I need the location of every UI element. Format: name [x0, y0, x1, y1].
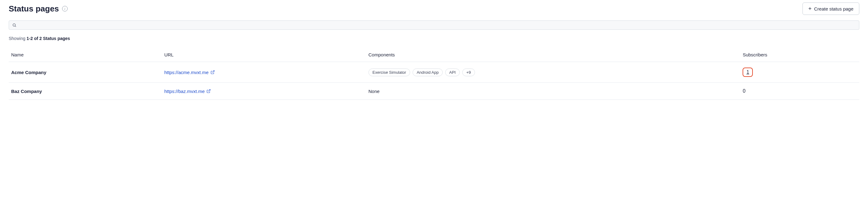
- plus-icon: +: [808, 6, 812, 11]
- svg-line-1: [15, 26, 16, 27]
- status-pages-table: Name URL Components Subscribers Acme Com…: [9, 48, 859, 100]
- search-icon: [12, 23, 17, 28]
- status-page-url-link[interactable]: https://acme.mvxt.me: [164, 70, 215, 75]
- column-header-name: Name: [9, 48, 162, 62]
- subscriber-count-highlighted[interactable]: 1: [743, 68, 753, 77]
- component-chip[interactable]: API: [445, 69, 460, 76]
- row-subscribers: 1: [740, 62, 859, 83]
- row-components: Exercise SimulatorAndroid AppAPI+9: [366, 62, 740, 83]
- external-link-icon: [211, 70, 215, 74]
- row-name: Acme Company: [9, 62, 162, 83]
- status-page-url-link[interactable]: https://baz.mvxt.me: [164, 89, 211, 94]
- component-chip[interactable]: Exercise Simulator: [369, 69, 410, 76]
- table-row: Acme Companyhttps://acme.mvxt.meExercise…: [9, 62, 859, 83]
- url-text: https://acme.mvxt.me: [164, 70, 209, 75]
- search-bar[interactable]: [9, 21, 859, 30]
- component-chip[interactable]: Android App: [412, 69, 443, 76]
- page-title: Status pages: [9, 4, 59, 14]
- external-link-icon: [207, 89, 211, 93]
- url-text: https://baz.mvxt.me: [164, 89, 205, 94]
- subscriber-count: 0: [743, 88, 745, 94]
- column-header-url: URL: [162, 48, 366, 62]
- results-summary: Showing 1-2 of 2 Status pages: [9, 36, 859, 41]
- column-header-components: Components: [366, 48, 740, 62]
- create-button-label: Create status page: [814, 6, 854, 11]
- components-none: None: [369, 89, 380, 94]
- component-overflow-chip[interactable]: +9: [462, 69, 475, 76]
- info-icon[interactable]: i: [62, 6, 68, 11]
- row-name: Baz Company: [9, 83, 162, 100]
- create-status-page-button[interactable]: + Create status page: [803, 2, 859, 15]
- row-subscribers: 0: [740, 83, 859, 100]
- row-components: None: [366, 83, 740, 100]
- svg-point-0: [13, 24, 16, 26]
- column-header-subscribers: Subscribers: [740, 48, 859, 62]
- svg-line-3: [208, 90, 210, 92]
- search-input[interactable]: [19, 23, 856, 28]
- table-row: Baz Companyhttps://baz.mvxt.meNone0: [9, 83, 859, 100]
- svg-line-2: [212, 71, 214, 73]
